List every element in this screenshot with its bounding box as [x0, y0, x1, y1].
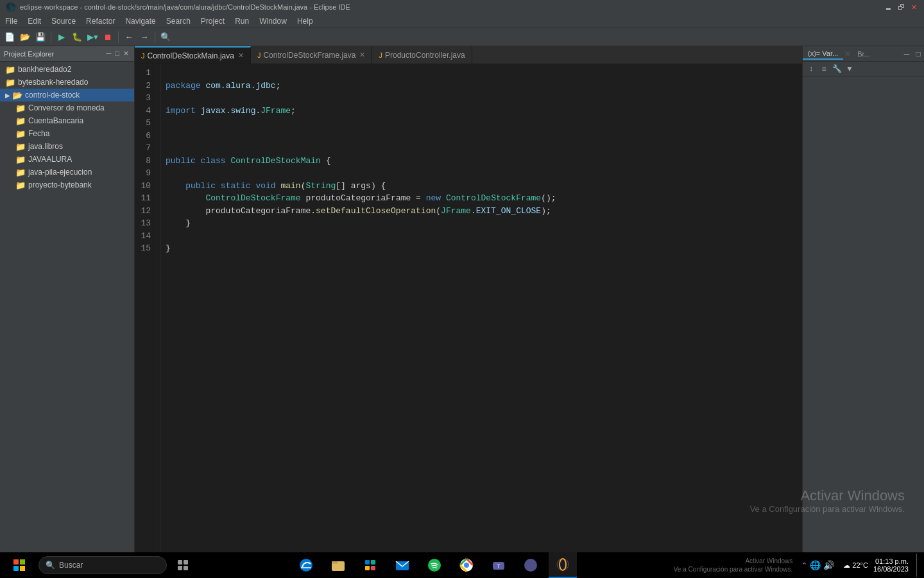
tree-item-java-libros[interactable]: 📁 java.libros [0, 140, 134, 153]
task-view-button[interactable] [172, 554, 195, 577]
save-button[interactable]: 💾 [33, 30, 47, 44]
show-desktop-button[interactable] [916, 554, 919, 577]
network-icon[interactable]: 🌐 [810, 560, 821, 570]
open-folder-icon: 📂 [12, 91, 22, 100]
right-panel-tab-var[interactable]: (x)= Var... [803, 48, 843, 60]
right-panel-tab-br[interactable]: Br... [852, 49, 875, 59]
svg-rect-3 [20, 566, 25, 571]
weather-temp: ☁ 22°C [843, 561, 868, 570]
system-tray: ⌃ 🌐 🔊 [801, 560, 834, 570]
menu-project[interactable]: Project [196, 15, 230, 27]
code-content[interactable]: package com.alura.jdbc; import javax.swi… [160, 64, 802, 559]
right-panel-maximize-icon[interactable]: □ [912, 48, 924, 60]
run-config-button[interactable]: ▶▾ [85, 30, 99, 44]
maximize-button[interactable]: 🗗 [896, 2, 906, 12]
folder-icon: 📁 [15, 180, 26, 190]
tree-item-bytesbank[interactable]: 📁 bytesbank-heredado [0, 76, 134, 89]
volume-icon[interactable]: 🔊 [823, 560, 834, 570]
temperature: 22°C [852, 561, 868, 569]
next-edit-button[interactable]: → [137, 30, 151, 44]
sidebar-header-buttons: ─ □ ✕ [105, 49, 130, 58]
rp-tb-btn3[interactable]: 🔧 [831, 63, 843, 74]
svg-rect-0 [13, 559, 19, 565]
tab-close-frame[interactable]: ✕ [359, 51, 365, 59]
right-panel-tabs: (x)= Var... ✕ Br... ─ □ [803, 46, 924, 62]
stop-button[interactable]: ⏹ [101, 30, 115, 44]
clock-date: 16/08/2023 [873, 565, 909, 573]
tree-item-cuentabancaria[interactable]: 📁 CuentaBancaria [0, 114, 134, 127]
toolbar: 📄 📂 💾 ▶ 🐛 ▶▾ ⏹ ← → 🔍 [0, 28, 924, 46]
svg-rect-5 [184, 560, 188, 565]
prev-edit-button[interactable]: ← [122, 30, 136, 44]
tab-producto-controller[interactable]: J ProductoController.java [372, 46, 472, 64]
tree-item-fecha[interactable]: 📁 Fecha [0, 127, 134, 140]
taskbar-store[interactable] [356, 552, 384, 578]
minimize-button[interactable]: 🗕 [883, 2, 893, 12]
toolbar-separator-3 [155, 31, 155, 43]
code-editor[interactable]: 1 2 3 4 5 6 7 8 9 10 11 12 13 14 15 pack… [135, 64, 802, 559]
right-panel-minimize-icon[interactable]: ─ [901, 48, 912, 60]
up-arrow-icon[interactable]: ⌃ [801, 561, 807, 570]
svg-rect-10 [332, 561, 338, 564]
svg-point-21 [524, 559, 537, 572]
tree-item-proyecto-bytebank[interactable]: 📁 proyecto-bytebank [0, 179, 134, 191]
title-bar-text: eclipse-workspace - control-de-stock/src… [20, 3, 350, 11]
tree-item-bankheredado2[interactable]: 📁 bankheredado2 [0, 63, 134, 76]
menu-navigate[interactable]: Navigate [120, 15, 160, 27]
folder-icon: 📁 [15, 103, 26, 113]
tab-control-frame[interactable]: J ControlDeStockFrame.java ✕ [251, 46, 373, 64]
start-button[interactable] [5, 552, 33, 578]
taskbar-spotify[interactable] [420, 552, 449, 578]
menu-file[interactable]: File [0, 15, 22, 27]
svg-rect-2 [13, 566, 19, 571]
line-numbers: 1 2 3 4 5 6 7 8 9 10 11 12 13 14 15 [135, 64, 160, 559]
toolbar-separator-1 [51, 31, 51, 43]
folder-icon: 📁 [15, 116, 26, 126]
search-toolbar-button[interactable]: 🔍 [158, 30, 173, 44]
taskbar-eclipse[interactable] [549, 552, 577, 578]
editor-tab-bar: J ControlDeStockMain.java ✕ J ControlDeS… [135, 46, 802, 64]
close-button[interactable]: ✕ [909, 2, 919, 12]
tab-close-main[interactable]: ✕ [238, 51, 244, 60]
tab-control-main[interactable]: J ControlDeStockMain.java ✕ [135, 46, 251, 64]
svg-rect-12 [371, 560, 375, 565]
menu-help[interactable]: Help [292, 15, 318, 27]
new-button[interactable]: 📄 [3, 30, 17, 44]
clock-display[interactable]: 01:13 p.m. 16/08/2023 [873, 557, 909, 573]
taskbar-file-explorer[interactable] [324, 552, 352, 578]
menu-search[interactable]: Search [161, 15, 196, 27]
title-bar: 🌑 eclipse-workspace - control-de-stock/s… [0, 0, 924, 14]
tree-item-conversor[interactable]: 📁 Conversor de moneda [0, 101, 134, 114]
sidebar-maximize-icon[interactable]: □ [114, 49, 121, 58]
tree-item-java-pila[interactable]: 📁 java-pila-ejecucion [0, 166, 134, 179]
svg-rect-4 [178, 560, 182, 565]
folder-icon: 📁 [15, 168, 26, 177]
tree-item-javaalura[interactable]: 📁 JAVAALURA [0, 153, 134, 166]
sidebar-close-icon[interactable]: ✕ [122, 49, 130, 58]
open-button[interactable]: 📂 [18, 30, 32, 44]
menu-run[interactable]: Run [230, 15, 254, 27]
rp-tb-btn1[interactable]: ↕ [805, 63, 817, 74]
svg-point-18 [464, 563, 469, 568]
svg-point-22 [557, 559, 569, 570]
run-button[interactable]: ▶ [55, 30, 69, 44]
taskbar-mail[interactable] [388, 552, 416, 578]
taskbar-search[interactable]: 🔍 Buscar [38, 556, 167, 574]
clock-time: 01:13 p.m. [873, 557, 909, 565]
taskbar-edge[interactable] [292, 552, 320, 578]
rp-tb-btn2[interactable]: ≡ [818, 63, 830, 74]
rp-tb-btn4[interactable]: ▼ [844, 63, 855, 74]
taskbar-sound[interactable] [517, 552, 545, 578]
tree-item-control-de-stock[interactable]: ▶ 📂 control-de-stock [0, 89, 134, 101]
sidebar: Project Explorer ─ □ ✕ 📁 bankheredado2 📁… [0, 46, 135, 559]
sidebar-minimize-icon[interactable]: ─ [105, 49, 113, 58]
menu-edit[interactable]: Edit [22, 15, 46, 27]
taskbar-teams[interactable]: T [484, 552, 513, 578]
svg-rect-1 [20, 559, 25, 565]
taskbar-right: Activar WindowsVe a Configuración para a… [674, 554, 919, 577]
taskbar-chrome[interactable] [452, 552, 481, 578]
menu-source[interactable]: Source [46, 15, 81, 27]
debug-button[interactable]: 🐛 [70, 30, 84, 44]
menu-refactor[interactable]: Refactor [81, 15, 120, 27]
menu-window[interactable]: Window [254, 15, 292, 27]
